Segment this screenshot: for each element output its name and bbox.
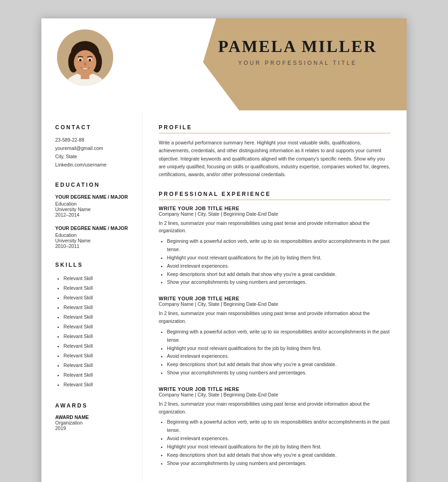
job-title-2: WRITE YOUR JOB TITLE HERE — [159, 296, 391, 301]
candidate-name: PAMELA MILLER — [198, 37, 397, 56]
job-bullet-1-3: Avoid irrelevant experiences. — [167, 262, 391, 270]
contact-section: CONTACT 23-589-22-88 youremail@gmail.com… — [55, 124, 133, 169]
job-summary-1: In 2 lines, summarize your main responsi… — [159, 219, 391, 235]
sidebar: CONTACT 23-589-22-88 youremail@gmail.com… — [41, 110, 143, 482]
contact-phone: 23-589-22-88 — [55, 136, 133, 144]
svg-point-12 — [84, 62, 86, 66]
skill-10: Relevant Skill — [63, 361, 133, 370]
skills-section: SKILLS Relevant Skill Relevant Skill Rel… — [55, 262, 133, 390]
resume-document: PAMELA MILLER YOUR PROFESSIONAL TITLE CO… — [41, 18, 407, 482]
skill-12: Relevant Skill — [63, 380, 133, 390]
header-name-block: PAMELA MILLER YOUR PROFESSIONAL TITLE — [198, 37, 397, 66]
edu-degree-2: YOUR DEGREE NAME / MAJOR — [55, 225, 133, 232]
awards-section-title: AWARDS — [55, 402, 133, 409]
skill-5: Relevant Skill — [63, 312, 133, 322]
profile-section: PROFILE Write a powerful performance sum… — [159, 124, 391, 179]
award-name-1: AWARD NAME — [55, 414, 133, 420]
edu-university-2: University Name — [55, 238, 133, 243]
skill-1: Relevant Skill — [63, 274, 133, 283]
education-entry-1: YOUR DEGREE NAME / MAJOR Education Unive… — [55, 194, 133, 218]
skills-section-title: SKILLS — [55, 262, 133, 268]
edu-field-1: Education — [55, 201, 133, 207]
edu-year-2: 2010–2011 — [55, 243, 133, 249]
job-meta-2: Company Name | City, State | Beginning D… — [159, 301, 391, 307]
skill-6: Relevant Skill — [63, 322, 133, 332]
job-title-3: WRITE YOUR JOB TITLE HERE — [159, 386, 391, 392]
edu-degree-1: YOUR DEGREE NAME / MAJOR — [55, 194, 133, 201]
education-entry-2: YOUR DEGREE NAME / MAJOR Education Unive… — [55, 225, 133, 249]
experience-section: PROFESSIONAL EXPERIENCE WRITE YOUR JOB T… — [159, 191, 391, 468]
contact-location: City, State — [55, 153, 133, 161]
profile-photo — [55, 28, 115, 87]
candidate-title: YOUR PROFESSIONAL TITLE — [198, 60, 397, 66]
job-meta-3: Company Name | City, State | Beginning D… — [159, 392, 391, 397]
job-bullet-3-4: Keep descriptions short but add details … — [167, 451, 391, 459]
job-bullet-1-4: Keep descriptions short but add details … — [167, 270, 391, 279]
job-bullet-3-5: Show your accomplishments by using numbe… — [167, 459, 391, 468]
awards-section: AWARDS AWARD NAME Organization 2019 — [55, 402, 133, 431]
job-bullet-2-4: Keep descriptions short but add details … — [167, 361, 391, 369]
edu-year-1: 2012–2014 — [55, 212, 133, 218]
svg-point-10 — [79, 59, 82, 62]
edu-field-2: Education — [55, 232, 133, 238]
skill-3: Relevant Skill — [63, 293, 133, 303]
job-title-1: WRITE YOUR JOB TITLE HERE — [159, 206, 391, 211]
skill-11: Relevant Skill — [63, 370, 133, 380]
job-bullets-3: Beginning with a powerful action verb, w… — [159, 418, 391, 467]
award-entry-1: AWARD NAME Organization 2019 — [55, 414, 133, 431]
job-entry-2: WRITE YOUR JOB TITLE HERE Company Name |… — [159, 296, 391, 377]
job-bullet-2-1: Beginning with a powerful action verb, w… — [167, 328, 391, 344]
job-bullet-3-1: Beginning with a powerful action verb, w… — [167, 418, 391, 435]
skill-9: Relevant Skill — [63, 351, 133, 361]
job-bullet-2-3: Avoid irrelevant experiences. — [167, 352, 391, 361]
job-bullet-1-2: Highlight your most relevant qualificati… — [167, 254, 391, 262]
job-bullets-2: Beginning with a powerful action verb, w… — [159, 328, 391, 377]
experience-section-title: PROFESSIONAL EXPERIENCE — [159, 191, 391, 200]
job-bullet-1-1: Beginning with a powerful action verb, w… — [167, 237, 391, 254]
svg-point-11 — [89, 59, 92, 62]
job-entry-3: WRITE YOUR JOB TITLE HERE Company Name |… — [159, 386, 391, 468]
resume-body: CONTACT 23-589-22-88 youremail@gmail.com… — [41, 110, 407, 482]
skill-4: Relevant Skill — [63, 303, 133, 312]
education-section-title: EDUCATION — [55, 182, 133, 188]
award-year-1: 2019 — [55, 425, 133, 431]
job-summary-3: In 2 lines, summarize your main responsi… — [159, 400, 391, 416]
contact-details: 23-589-22-88 youremail@gmail.com City, S… — [55, 136, 133, 169]
skill-7: Relevant Skill — [63, 332, 133, 341]
job-bullet-3-3: Highlight your most relevant qualificati… — [167, 443, 391, 451]
profile-text: Write a powerful performance summary her… — [159, 139, 391, 179]
contact-linkedin: Linkedin.com/username — [55, 161, 133, 169]
skills-list: Relevant Skill Relevant Skill Relevant S… — [55, 274, 133, 390]
edu-university-1: University Name — [55, 207, 133, 212]
award-org-1: Organization — [55, 420, 133, 425]
job-bullet-1-5: Show your accomplishments by using numbe… — [167, 278, 391, 287]
main-content: PROFILE Write a powerful performance sum… — [143, 110, 407, 482]
contact-section-title: CONTACT — [55, 124, 133, 131]
job-summary-2: In 2 lines, summarize your main responsi… — [159, 310, 391, 325]
resume-header: PAMELA MILLER YOUR PROFESSIONAL TITLE — [41, 18, 407, 110]
job-meta-1: Company Name | City, State | Beginning D… — [159, 211, 391, 217]
job-entry-1: WRITE YOUR JOB TITLE HERE Company Name |… — [159, 206, 391, 287]
job-bullet-2-5: Show your accomplishments by using numbe… — [167, 369, 391, 377]
education-section: EDUCATION YOUR DEGREE NAME / MAJOR Educa… — [55, 182, 133, 249]
skill-2: Relevant Skill — [63, 283, 133, 293]
skill-8: Relevant Skill — [63, 341, 133, 351]
job-bullets-1: Beginning with a powerful action verb, w… — [159, 237, 391, 287]
contact-email: youremail@gmail.com — [55, 144, 133, 153]
job-bullet-3-2: Avoid irrelevant experiences. — [167, 435, 391, 443]
job-bullet-2-2: Highlight your most relevant qualificati… — [167, 344, 391, 353]
profile-section-title: PROFILE — [159, 124, 391, 133]
